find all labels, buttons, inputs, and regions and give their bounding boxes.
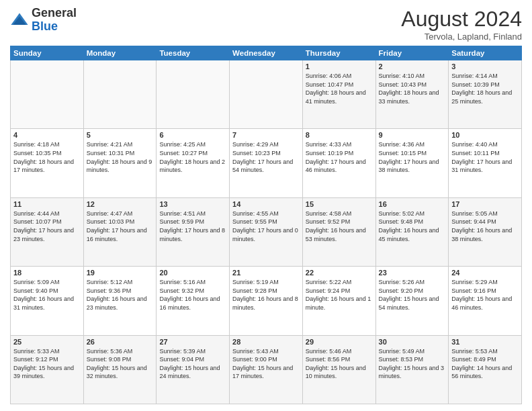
day-number: 13 — [159, 200, 226, 208]
day-number: 3 — [451, 62, 519, 71]
calendar-cell: 24Sunrise: 5:29 AM Sunset: 9:16 PM Dayli… — [449, 267, 522, 335]
calendar-header-wednesday: Wednesday — [230, 46, 303, 60]
day-number: 22 — [306, 269, 373, 277]
calendar-week-3: 11Sunrise: 4:44 AM Sunset: 10:07 PM Dayl… — [11, 197, 522, 266]
day-info: Sunrise: 5:22 AM Sunset: 9:24 PM Dayligh… — [306, 278, 373, 312]
calendar-cell: 7Sunrise: 4:29 AM Sunset: 10:23 PM Dayli… — [230, 129, 303, 197]
day-number: 31 — [451, 338, 519, 346]
day-info: Sunrise: 4:47 AM Sunset: 10:03 PM Daylig… — [87, 210, 154, 243]
calendar-week-1: 1Sunrise: 4:06 AM Sunset: 10:47 PM Dayli… — [11, 60, 522, 129]
day-info: Sunrise: 4:58 AM Sunset: 9:52 PM Dayligh… — [306, 210, 373, 243]
day-info: Sunrise: 4:33 AM Sunset: 10:19 PM Daylig… — [306, 140, 373, 174]
day-number: 27 — [159, 338, 226, 346]
day-number: 26 — [87, 338, 154, 346]
calendar-cell: 13Sunrise: 4:51 AM Sunset: 9:59 PM Dayli… — [157, 197, 230, 266]
day-info: Sunrise: 4:51 AM Sunset: 9:59 PM Dayligh… — [159, 210, 226, 243]
day-number: 9 — [379, 131, 446, 139]
calendar-cell — [83, 60, 157, 129]
day-number: 17 — [451, 200, 519, 208]
month-year: August 2024 — [401, 7, 522, 32]
day-info: Sunrise: 5:05 AM Sunset: 9:44 PM Dayligh… — [451, 210, 519, 243]
calendar-cell: 26Sunrise: 5:36 AM Sunset: 9:08 PM Dayli… — [83, 335, 157, 404]
calendar-header-monday: Monday — [83, 46, 157, 60]
calendar-cell: 9Sunrise: 4:36 AM Sunset: 10:15 PM Dayli… — [375, 129, 449, 197]
day-info: Sunrise: 5:26 AM Sunset: 9:20 PM Dayligh… — [379, 278, 446, 312]
calendar-cell: 22Sunrise: 5:22 AM Sunset: 9:24 PM Dayli… — [302, 267, 375, 335]
calendar-cell: 4Sunrise: 4:18 AM Sunset: 10:35 PM Dayli… — [11, 129, 84, 197]
day-info: Sunrise: 5:39 AM Sunset: 9:04 PM Dayligh… — [159, 347, 226, 381]
day-number: 11 — [13, 200, 81, 208]
day-info: Sunrise: 4:25 AM Sunset: 10:27 PM Daylig… — [159, 140, 226, 174]
calendar-cell: 3Sunrise: 4:14 AM Sunset: 10:39 PM Dayli… — [449, 60, 522, 129]
calendar-cell: 14Sunrise: 4:55 AM Sunset: 9:55 PM Dayli… — [230, 197, 303, 266]
day-number: 14 — [232, 200, 300, 208]
day-info: Sunrise: 5:33 AM Sunset: 9:12 PM Dayligh… — [13, 347, 81, 381]
day-info: Sunrise: 4:55 AM Sunset: 9:55 PM Dayligh… — [232, 210, 300, 243]
calendar-cell: 12Sunrise: 4:47 AM Sunset: 10:03 PM Dayl… — [83, 197, 157, 266]
day-info: Sunrise: 4:14 AM Sunset: 10:39 PM Daylig… — [451, 72, 519, 105]
day-info: Sunrise: 4:40 AM Sunset: 10:11 PM Daylig… — [451, 140, 519, 174]
day-info: Sunrise: 4:29 AM Sunset: 10:23 PM Daylig… — [232, 140, 300, 174]
calendar-cell — [11, 60, 84, 129]
day-number: 24 — [451, 269, 519, 277]
calendar-cell: 30Sunrise: 5:49 AM Sunset: 8:53 PM Dayli… — [375, 335, 449, 404]
day-number: 15 — [306, 200, 373, 208]
calendar-cell — [230, 60, 303, 129]
calendar-cell: 17Sunrise: 5:05 AM Sunset: 9:44 PM Dayli… — [449, 197, 522, 266]
calendar-cell: 10Sunrise: 4:40 AM Sunset: 10:11 PM Dayl… — [449, 129, 522, 197]
calendar-cell: 29Sunrise: 5:46 AM Sunset: 8:56 PM Dayli… — [302, 335, 375, 404]
calendar-cell: 23Sunrise: 5:26 AM Sunset: 9:20 PM Dayli… — [375, 267, 449, 335]
calendar: SundayMondayTuesdayWednesdayThursdayFrid… — [10, 46, 522, 404]
logo-blue: Blue — [32, 19, 58, 33]
calendar-header-row: SundayMondayTuesdayWednesdayThursdayFrid… — [11, 46, 522, 60]
calendar-week-2: 4Sunrise: 4:18 AM Sunset: 10:35 PM Dayli… — [11, 129, 522, 197]
calendar-cell: 6Sunrise: 4:25 AM Sunset: 10:27 PM Dayli… — [157, 129, 230, 197]
day-number: 30 — [379, 338, 446, 346]
calendar-cell — [157, 60, 230, 129]
day-number: 23 — [379, 269, 446, 277]
day-info: Sunrise: 5:09 AM Sunset: 9:40 PM Dayligh… — [13, 278, 81, 312]
header: General Blue August 2024 Tervola, Laplan… — [10, 7, 522, 42]
calendar-cell: 25Sunrise: 5:33 AM Sunset: 9:12 PM Dayli… — [11, 335, 84, 404]
day-number: 25 — [13, 338, 81, 346]
calendar-cell: 20Sunrise: 5:16 AM Sunset: 9:32 PM Dayli… — [157, 267, 230, 335]
calendar-header-friday: Friday — [375, 46, 449, 60]
calendar-week-5: 25Sunrise: 5:33 AM Sunset: 9:12 PM Dayli… — [11, 335, 522, 404]
calendar-cell: 18Sunrise: 5:09 AM Sunset: 9:40 PM Dayli… — [11, 267, 84, 335]
day-info: Sunrise: 4:36 AM Sunset: 10:15 PM Daylig… — [379, 140, 446, 174]
day-info: Sunrise: 4:06 AM Sunset: 10:47 PM Daylig… — [306, 72, 373, 105]
day-info: Sunrise: 5:29 AM Sunset: 9:16 PM Dayligh… — [451, 278, 519, 312]
calendar-header-saturday: Saturday — [449, 46, 522, 60]
calendar-cell: 16Sunrise: 5:02 AM Sunset: 9:48 PM Dayli… — [375, 197, 449, 266]
day-number: 12 — [87, 200, 154, 208]
logo-text: General Blue — [32, 7, 77, 34]
day-info: Sunrise: 5:19 AM Sunset: 9:28 PM Dayligh… — [232, 278, 300, 312]
day-info: Sunrise: 5:36 AM Sunset: 9:08 PM Dayligh… — [87, 347, 154, 381]
logo-general: General — [32, 6, 77, 19]
calendar-cell: 15Sunrise: 4:58 AM Sunset: 9:52 PM Dayli… — [302, 197, 375, 266]
day-number: 7 — [232, 131, 300, 139]
day-info: Sunrise: 4:44 AM Sunset: 10:07 PM Daylig… — [13, 210, 81, 243]
logo-icon — [10, 11, 29, 30]
day-number: 1 — [306, 62, 373, 71]
day-info: Sunrise: 4:10 AM Sunset: 10:43 PM Daylig… — [379, 72, 446, 105]
day-number: 6 — [159, 131, 226, 139]
day-info: Sunrise: 5:53 AM Sunset: 8:49 PM Dayligh… — [451, 347, 519, 381]
calendar-cell: 2Sunrise: 4:10 AM Sunset: 10:43 PM Dayli… — [375, 60, 449, 129]
day-number: 29 — [306, 338, 373, 346]
day-number: 18 — [13, 269, 81, 277]
calendar-cell: 11Sunrise: 4:44 AM Sunset: 10:07 PM Dayl… — [11, 197, 84, 266]
calendar-header-tuesday: Tuesday — [157, 46, 230, 60]
day-info: Sunrise: 5:43 AM Sunset: 9:00 PM Dayligh… — [232, 347, 300, 381]
page: General Blue August 2024 Tervola, Laplan… — [0, 0, 532, 411]
calendar-week-4: 18Sunrise: 5:09 AM Sunset: 9:40 PM Dayli… — [11, 267, 522, 335]
calendar-cell: 1Sunrise: 4:06 AM Sunset: 10:47 PM Dayli… — [302, 60, 375, 129]
calendar-cell: 28Sunrise: 5:43 AM Sunset: 9:00 PM Dayli… — [230, 335, 303, 404]
day-number: 2 — [379, 62, 446, 71]
day-info: Sunrise: 5:12 AM Sunset: 9:36 PM Dayligh… — [87, 278, 154, 312]
calendar-header-thursday: Thursday — [302, 46, 375, 60]
day-number: 16 — [379, 200, 446, 208]
calendar-cell: 31Sunrise: 5:53 AM Sunset: 8:49 PM Dayli… — [449, 335, 522, 404]
title-section: August 2024 Tervola, Lapland, Finland — [401, 7, 522, 42]
day-number: 5 — [87, 131, 154, 139]
